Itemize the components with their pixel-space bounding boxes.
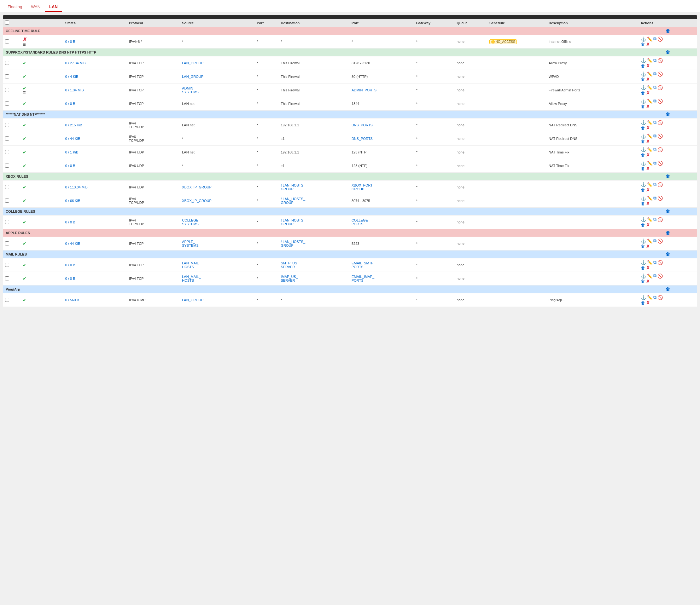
edit-icon[interactable]: ✏️: [647, 36, 652, 42]
remove-icon[interactable]: ✗: [646, 153, 650, 158]
anchor-icon[interactable]: ⚓: [641, 58, 646, 63]
port-dst-link[interactable]: DNS_PORTS: [352, 123, 373, 127]
remove-icon[interactable]: ✗: [646, 279, 650, 284]
copy-icon[interactable]: ⧉: [653, 120, 656, 125]
edit-icon[interactable]: ✏️: [647, 239, 652, 243]
anchor-icon[interactable]: ⚓: [641, 295, 646, 300]
states-link[interactable]: 0 / 27.34 MiB: [65, 61, 86, 65]
anchor-icon[interactable]: ⚓: [641, 196, 646, 201]
delete-icon[interactable]: 🗑: [641, 90, 645, 96]
remove-icon[interactable]: ✗: [646, 244, 650, 249]
ban-icon[interactable]: 🚫: [657, 58, 663, 63]
states-link[interactable]: 0 / 66 KiB: [65, 199, 80, 203]
row-checkbox[interactable]: [5, 88, 9, 92]
ban-icon[interactable]: 🚫: [657, 239, 663, 243]
source-link[interactable]: XBOX_IP_GROUP: [182, 185, 211, 189]
edit-icon[interactable]: ✏️: [647, 196, 652, 201]
group-actions[interactable]: 🗑: [639, 111, 697, 119]
port-dst-link[interactable]: EMAIL_IMAP_PORTS: [352, 275, 374, 282]
anchor-icon[interactable]: ⚓: [641, 99, 646, 104]
edit-icon[interactable]: ✏️: [647, 99, 652, 104]
states-link[interactable]: 0 / 215 KiB: [65, 123, 82, 127]
states-link[interactable]: 0 / 44 KiB: [65, 242, 80, 245]
remove-icon[interactable]: ✗: [646, 42, 650, 47]
copy-icon[interactable]: ⧉: [653, 98, 656, 104]
ban-icon[interactable]: 🚫: [657, 72, 663, 77]
source-link[interactable]: ADMIN_SYSTEMS: [182, 86, 199, 94]
states-link[interactable]: 0 / 560 B: [65, 298, 79, 302]
source-link[interactable]: COLLEGE_SYSTEMS: [182, 218, 200, 226]
copy-icon[interactable]: ⧉: [653, 260, 656, 265]
group-actions[interactable]: 🗑: [639, 286, 697, 293]
group-actions[interactable]: 🗑: [639, 27, 697, 35]
source-link[interactable]: LAN_GROUP: [182, 75, 203, 78]
states-link[interactable]: 0 / 44 KiB: [65, 137, 80, 140]
delete-icon[interactable]: 🗑: [641, 201, 645, 206]
edit-icon[interactable]: ✏️: [647, 273, 652, 279]
port-dst-link[interactable]: EMAIL_SMTP_PORTS: [352, 261, 376, 269]
delete-icon[interactable]: 🗑: [641, 125, 645, 130]
trash-icon[interactable]: 🗑: [666, 209, 670, 214]
row-checkbox[interactable]: [5, 185, 9, 189]
remove-icon[interactable]: ✗: [646, 104, 650, 109]
copy-icon[interactable]: ⧉: [653, 85, 656, 90]
dest-link[interactable]: ! LAN_HOSTS_GROUP: [281, 183, 305, 191]
ban-icon[interactable]: 🚫: [657, 85, 663, 90]
tab-lan[interactable]: LAN: [45, 2, 62, 12]
delete-icon[interactable]: 🗑: [641, 265, 645, 270]
copy-icon[interactable]: ⧉: [653, 36, 656, 42]
edit-icon[interactable]: ✏️: [647, 120, 652, 125]
anchor-icon[interactable]: ⚓: [641, 147, 646, 152]
source-link[interactable]: LAN_GROUP: [182, 298, 203, 302]
port-dst-link[interactable]: COLLEGE_PORTS: [352, 218, 370, 226]
anchor-icon[interactable]: ⚓: [641, 134, 646, 139]
group-actions[interactable]: 🗑: [639, 49, 697, 56]
delete-icon[interactable]: 🗑: [641, 244, 645, 249]
port-dst-link[interactable]: DNS_PORTS: [352, 137, 373, 140]
dest-link[interactable]: ! LAN_HOSTS_GROUP: [281, 240, 305, 247]
port-dst-link[interactable]: XBOX_PORT_GROUP: [352, 183, 375, 191]
states-link[interactable]: 0 / 113.04 MiB: [65, 185, 88, 189]
trash-icon[interactable]: 🗑: [666, 287, 670, 292]
delete-icon[interactable]: 🗑: [641, 104, 645, 109]
anchor-icon[interactable]: ⚓: [641, 260, 646, 265]
tab-wan[interactable]: WAN: [26, 2, 45, 12]
remove-icon[interactable]: ✗: [646, 77, 650, 82]
tab-floating[interactable]: Floating: [3, 2, 26, 12]
remove-icon[interactable]: ✗: [646, 222, 650, 228]
copy-icon[interactable]: ⧉: [653, 160, 656, 166]
source-link[interactable]: LAN_GROUP: [182, 61, 203, 65]
dest-link[interactable]: ! LAN_HOSTS_GROUP: [281, 197, 305, 205]
row-checkbox[interactable]: [5, 220, 9, 224]
remove-icon[interactable]: ✗: [646, 300, 650, 305]
trash-icon[interactable]: 🗑: [666, 230, 670, 235]
row-checkbox[interactable]: [5, 199, 9, 203]
ban-icon[interactable]: 🚫: [657, 147, 663, 152]
delete-icon[interactable]: 🗑: [641, 300, 645, 305]
ban-icon[interactable]: 🚫: [657, 161, 663, 166]
source-link[interactable]: LAN_MAIL_HOSTS: [182, 275, 201, 282]
copy-icon[interactable]: ⧉: [653, 195, 656, 201]
states-link[interactable]: 0 / 1 KiB: [65, 150, 78, 154]
states-link[interactable]: 0 / 0 B: [65, 40, 75, 44]
copy-icon[interactable]: ⧉: [653, 182, 656, 187]
states-link[interactable]: 0 / 0 B: [65, 277, 75, 281]
remove-icon[interactable]: ✗: [646, 125, 650, 130]
edit-icon[interactable]: ✏️: [647, 217, 652, 222]
ban-icon[interactable]: 🚫: [657, 196, 663, 201]
states-link[interactable]: 0 / 0 B: [65, 263, 75, 267]
edit-icon[interactable]: ✏️: [647, 72, 652, 77]
anchor-icon[interactable]: ⚓: [641, 273, 646, 279]
row-checkbox[interactable]: [5, 263, 9, 267]
group-actions[interactable]: 🗑: [639, 173, 697, 181]
copy-icon[interactable]: ⧉: [653, 71, 656, 77]
edit-icon[interactable]: ✏️: [647, 260, 652, 265]
anchor-icon[interactable]: ⚓: [641, 36, 646, 42]
source-link[interactable]: APPLE_SYSTEMS: [182, 240, 199, 247]
copy-icon[interactable]: ⧉: [653, 295, 656, 300]
source-link[interactable]: LAN_MAIL_HOSTS: [182, 261, 201, 269]
row-checkbox[interactable]: [5, 150, 9, 154]
copy-icon[interactable]: ⧉: [653, 133, 656, 139]
states-link[interactable]: 0 / 1.34 MiB: [65, 88, 84, 92]
group-actions[interactable]: 🗑: [639, 208, 697, 215]
